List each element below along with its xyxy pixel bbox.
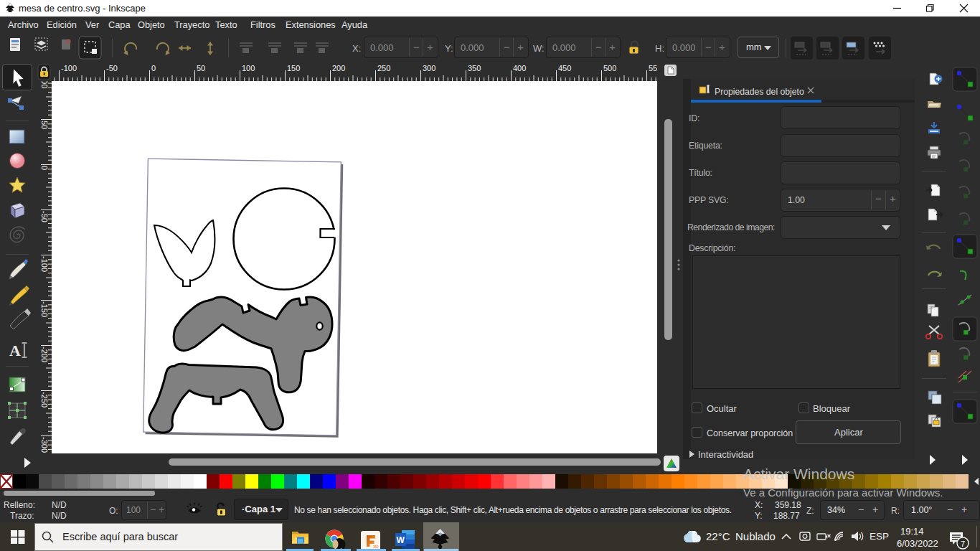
svg-text:W: W bbox=[397, 535, 405, 545]
svg-text:200: 200 bbox=[332, 64, 345, 72]
svg-text:500: 500 bbox=[603, 64, 616, 72]
svg-text:100: 100 bbox=[40, 81, 49, 88]
svg-text:A: A bbox=[9, 342, 21, 359]
svg-text:250: 250 bbox=[377, 64, 390, 72]
svg-text:-250: -250 bbox=[40, 392, 49, 408]
svg-text:-100: -100 bbox=[40, 256, 49, 272]
svg-text:-50: -50 bbox=[106, 64, 118, 72]
svg-text:150: 150 bbox=[287, 64, 300, 72]
svg-text:450: 450 bbox=[558, 64, 571, 72]
svg-text:-300: -300 bbox=[40, 437, 49, 453]
svg-text:550: 550 bbox=[649, 64, 657, 72]
svg-text:-100: -100 bbox=[61, 64, 77, 72]
svg-text:-150: -150 bbox=[40, 301, 49, 317]
svg-text:-50: -50 bbox=[40, 211, 49, 222]
svg-text:300: 300 bbox=[423, 64, 435, 72]
svg-text:0: 0 bbox=[151, 64, 156, 72]
svg-text:50: 50 bbox=[197, 64, 205, 72]
svg-text:50: 50 bbox=[40, 121, 49, 129]
svg-text:-200: -200 bbox=[40, 347, 49, 362]
svg-text:0: 0 bbox=[40, 166, 49, 170]
svg-text:350: 350 bbox=[468, 64, 481, 72]
svg-text:100: 100 bbox=[242, 64, 255, 72]
svg-text:400: 400 bbox=[513, 64, 526, 72]
svg-text:7: 7 bbox=[961, 540, 965, 548]
